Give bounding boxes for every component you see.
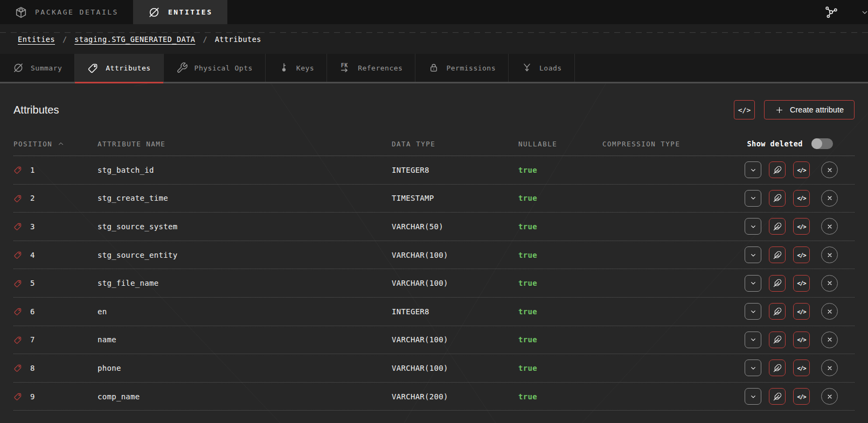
attribute-code-button[interactable]: </> — [793, 275, 810, 292]
top-bar-right — [824, 0, 868, 24]
column-compression-type[interactable]: COMPRESSION TYPE — [602, 140, 713, 148]
attribute-code-button[interactable]: </> — [793, 218, 810, 235]
edit-attribute-button[interactable] — [769, 190, 786, 207]
show-deleted-toggle[interactable] — [811, 138, 833, 149]
delete-attribute-button[interactable] — [821, 246, 838, 263]
edit-attribute-button[interactable] — [769, 275, 786, 292]
lock-icon — [428, 62, 440, 74]
column-label: NULLABLE — [518, 140, 557, 148]
close-icon — [825, 279, 834, 287]
attribute-code-button[interactable]: </> — [793, 388, 810, 405]
attribute-code-button[interactable]: </> — [793, 303, 810, 320]
tab-references[interactable]: References — [327, 54, 415, 82]
tag-icon — [13, 392, 23, 401]
position-cell: 2 — [13, 194, 98, 203]
edit-attribute-button[interactable] — [769, 303, 786, 320]
edit-attribute-button[interactable] — [769, 359, 786, 376]
attribute-name: comp_name — [98, 392, 392, 401]
attribute-code-button[interactable]: </> — [793, 332, 810, 348]
expand-row-button[interactable] — [745, 332, 761, 348]
tab-permissions[interactable]: Permissions — [415, 54, 509, 82]
position-value: 3 — [30, 222, 34, 231]
data-type: INTEGER8 — [392, 307, 518, 316]
edit-attribute-button[interactable] — [769, 388, 786, 405]
expand-row-button[interactable] — [745, 161, 761, 178]
tab-summary[interactable]: Summary — [0, 54, 75, 82]
attribute-name: stg_batch_id — [98, 166, 392, 174]
attribute-code-button[interactable]: </> — [793, 246, 810, 263]
top-tab-entities[interactable]: ENTITIES — [133, 0, 227, 24]
tag-icon — [13, 335, 23, 344]
column-data-type[interactable]: DATA TYPE — [392, 140, 518, 148]
position-cell: 9 — [13, 392, 98, 401]
sort-ascending-icon — [57, 140, 65, 147]
chevron-down-icon — [749, 166, 758, 174]
edit-attribute-button[interactable] — [769, 332, 786, 348]
edit-attribute-button[interactable] — [769, 218, 786, 235]
delete-attribute-button[interactable] — [821, 332, 838, 348]
edit-pen-icon — [773, 194, 782, 202]
entity-tab-bar: Summary Attributes Physical Opts Keys Re… — [0, 54, 868, 83]
tab-keys[interactable]: Keys — [266, 54, 327, 82]
position-cell: 6 — [13, 307, 98, 316]
position-value: 7 — [30, 335, 34, 344]
tab-attributes[interactable]: Attributes — [75, 54, 163, 82]
tab-loads[interactable]: Loads — [509, 54, 575, 82]
view-code-button[interactable]: </> — [734, 100, 755, 119]
toggle-knob — [811, 138, 822, 149]
attribute-code-button[interactable]: </> — [793, 161, 810, 178]
expand-row-button[interactable] — [745, 275, 761, 292]
molecule-icon[interactable] — [824, 5, 838, 19]
tag-icon — [13, 363, 23, 372]
delete-attribute-button[interactable] — [821, 359, 838, 376]
expand-row-button[interactable] — [745, 218, 761, 235]
position-cell: 3 — [13, 222, 98, 231]
attribute-code-button[interactable]: </> — [793, 359, 810, 376]
data-type: VARCHAR(100) — [392, 251, 518, 259]
table-row: 7 name VARCHAR(100) true </> — [13, 326, 855, 355]
edit-attribute-button[interactable] — [769, 246, 786, 263]
delete-attribute-button[interactable] — [821, 161, 838, 178]
top-tab-package-details[interactable]: PACKAGE DETAILS — [0, 0, 133, 24]
breadcrumb-entities-link[interactable]: Entities — [18, 35, 55, 44]
top-tab-label: PACKAGE DETAILS — [35, 8, 119, 16]
position-value: 5 — [30, 279, 34, 287]
data-type: VARCHAR(100) — [392, 364, 518, 372]
delete-attribute-button[interactable] — [821, 275, 838, 292]
attribute-code-button[interactable]: </> — [793, 190, 810, 207]
column-attribute-name[interactable]: ATTRIBUTE NAME — [98, 140, 392, 148]
tag-icon — [13, 307, 23, 316]
data-type: VARCHAR(100) — [392, 335, 518, 344]
expand-row-button[interactable] — [745, 246, 761, 263]
close-icon — [825, 222, 834, 231]
nullable-value: true — [518, 251, 602, 259]
expand-row-button[interactable] — [745, 359, 761, 376]
nullable-value: true — [518, 364, 602, 372]
create-attribute-button[interactable]: Create attribute — [764, 100, 855, 119]
breadcrumb-entity-link[interactable]: staging.STG_GENERATED_DATA — [74, 35, 195, 44]
edit-attribute-button[interactable] — [769, 161, 786, 178]
data-type: VARCHAR(200) — [392, 392, 518, 401]
fk-icon — [339, 62, 351, 74]
table-row: 5 stg_file_name VARCHAR(100) true </> — [13, 269, 855, 298]
table-row: 9 comp_name VARCHAR(200) true </> — [13, 383, 855, 411]
chevron-down-icon[interactable] — [860, 8, 868, 17]
tab-physical-opts[interactable]: Physical Opts — [164, 54, 266, 82]
delete-attribute-button[interactable] — [821, 190, 838, 207]
attribute-name: name — [98, 335, 392, 344]
tab-label: Attributes — [106, 64, 150, 72]
tab-label: References — [358, 64, 402, 72]
column-position[interactable]: POSITION — [13, 140, 98, 148]
expand-row-button[interactable] — [745, 303, 761, 320]
column-nullable[interactable]: NULLABLE — [518, 140, 602, 148]
delete-attribute-button[interactable] — [821, 388, 838, 405]
data-type: TIMESTAMP — [392, 194, 518, 202]
close-icon — [825, 194, 834, 202]
row-actions: </> — [713, 246, 855, 263]
row-actions: </> — [713, 332, 855, 348]
delete-attribute-button[interactable] — [821, 303, 838, 320]
delete-attribute-button[interactable] — [821, 218, 838, 235]
expand-row-button[interactable] — [745, 190, 761, 207]
expand-row-button[interactable] — [745, 388, 761, 405]
attributes-table-body: 1 stg_batch_id INTEGER8 true </> 2 stg_c… — [13, 156, 855, 411]
